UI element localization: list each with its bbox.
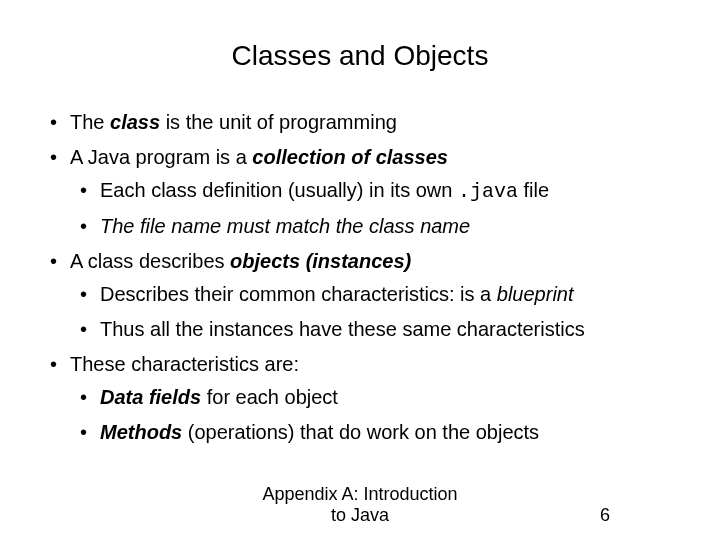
text: The [70, 111, 110, 133]
text-bold: Data fields [100, 386, 201, 408]
text: A Java program is a [70, 146, 252, 168]
bullet-4: These characteristics are: Data fields f… [40, 349, 680, 448]
text-bold: Methods [100, 421, 182, 443]
text: (operations) that do work on the objects [182, 421, 539, 443]
text-bold: class [110, 111, 160, 133]
sub-bullet: The file name must match the class name [70, 211, 680, 242]
text: file [518, 179, 549, 201]
sub-bullet: Describes their common characteristics: … [70, 279, 680, 310]
text-italic: blueprint [497, 283, 574, 305]
footer: Appendix A: Introduction to Java [0, 484, 720, 526]
slide: Classes and Objects The class is the uni… [0, 0, 720, 540]
sub-list: Describes their common characteristics: … [70, 279, 680, 345]
text: Thus all the instances have these same c… [100, 318, 585, 340]
sub-list: Each class definition (usually) in its o… [70, 175, 680, 242]
bullet-1: The class is the unit of programming [40, 107, 680, 138]
text: These characteristics are: [70, 353, 299, 375]
footer-line1: Appendix A: Introduction [262, 484, 457, 504]
page-number: 6 [600, 505, 610, 526]
text: is the unit of programming [160, 111, 397, 133]
text-mono: .java [458, 180, 518, 203]
sub-bullet: Thus all the instances have these same c… [70, 314, 680, 345]
sub-list: Data fields for each object Methods (ope… [70, 382, 680, 448]
bullet-2: A Java program is a collection of classe… [40, 142, 680, 242]
sub-bullet: Methods (operations) that do work on the… [70, 417, 680, 448]
text: A class describes [70, 250, 230, 272]
text: for each object [201, 386, 338, 408]
bullet-3: A class describes objects (instances) De… [40, 246, 680, 345]
text-italic: The file name must match the class name [100, 215, 470, 237]
sub-bullet: Data fields for each object [70, 382, 680, 413]
bullet-list: The class is the unit of programming A J… [40, 107, 680, 448]
text: Describes their common characteristics: … [100, 283, 497, 305]
text-bold: collection of classes [252, 146, 448, 168]
text-bold: objects (instances) [230, 250, 411, 272]
slide-title: Classes and Objects [40, 40, 680, 72]
footer-text: Appendix A: Introduction to Java [250, 484, 470, 526]
footer-line2: to Java [331, 505, 389, 525]
text: Each class definition (usually) in its o… [100, 179, 458, 201]
sub-bullet: Each class definition (usually) in its o… [70, 175, 680, 207]
